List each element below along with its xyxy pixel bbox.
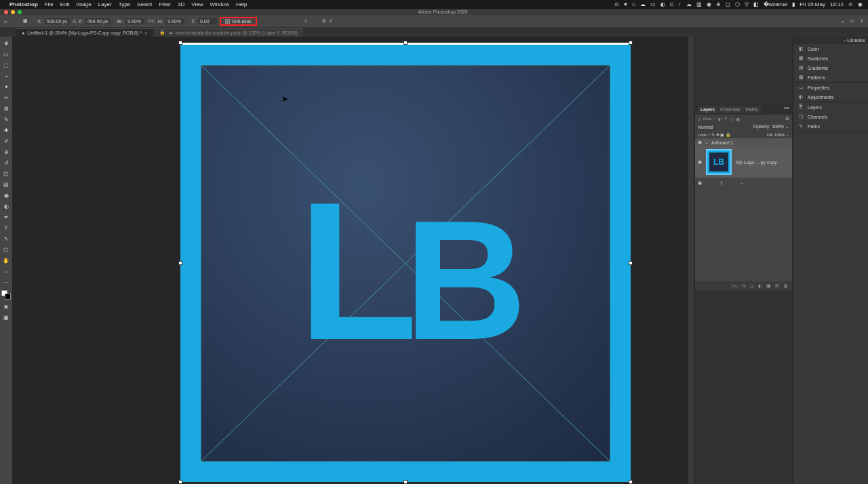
paths-tab[interactable]: Paths xyxy=(746,107,758,112)
status-icon[interactable]: ◐ xyxy=(660,1,665,7)
screen-mode-icon[interactable]: ▣ xyxy=(2,313,10,321)
link-icon[interactable]: ⊃⊂ xyxy=(147,18,155,24)
panel-layers[interactable]: ≣Layers xyxy=(793,102,868,112)
panel-color[interactable]: ◧Color xyxy=(793,44,868,54)
gradient-tool-icon[interactable]: ▤ xyxy=(2,180,10,188)
path-tool-icon[interactable]: ↖ xyxy=(2,235,10,243)
transform-handle-w[interactable] xyxy=(178,261,182,265)
status-icon[interactable]: ▭ xyxy=(650,1,656,7)
warp-icon[interactable]: ▿ xyxy=(304,18,307,24)
status-icon[interactable]: ☁ xyxy=(686,1,692,7)
menu-type[interactable]: Type xyxy=(119,1,130,7)
frame-tool-icon[interactable]: ⊠ xyxy=(2,104,10,113)
lasso-tool-icon[interactable]: ⌁ xyxy=(2,72,10,80)
menu-window[interactable]: Window xyxy=(210,1,229,7)
h-field[interactable]: 9.60% xyxy=(165,18,184,24)
menu-view[interactable]: View xyxy=(191,1,203,7)
transform-handle-n[interactable] xyxy=(403,41,408,45)
transform-reference-icon[interactable]: ▦ xyxy=(23,18,28,24)
zoom-tool-icon[interactable]: ⌕ xyxy=(2,267,10,275)
mask-icon[interactable]: ◻ xyxy=(750,283,754,289)
status-icon[interactable]: ♥ xyxy=(624,1,627,7)
layer-row[interactable]: ◉ LB My-Logo-…py copy xyxy=(695,146,792,178)
search-icon[interactable]: ⌕ xyxy=(842,19,844,24)
share-icon[interactable]: ⇪ xyxy=(860,18,864,24)
transform-handle-se[interactable] xyxy=(629,480,633,484)
new-layer-icon[interactable]: ⊞ xyxy=(775,283,779,289)
artboard-name[interactable]: Artboard 1 xyxy=(711,140,734,145)
workspace-icon[interactable]: ▭ xyxy=(850,18,854,24)
artboard-tool-icon[interactable]: ▭ xyxy=(2,50,10,58)
fx-icon[interactable]: fx xyxy=(743,283,746,289)
triangle-icon[interactable]: △ xyxy=(73,18,76,24)
pen-tool-icon[interactable]: ✒ xyxy=(2,213,10,221)
shape-tool-icon[interactable]: ▢ xyxy=(2,245,10,254)
y-field[interactable]: 494.50 px xyxy=(85,18,111,24)
lock-icon[interactable]: 🔒 xyxy=(726,133,730,137)
color-swatches[interactable] xyxy=(1,290,11,300)
blur-tool-icon[interactable]: ◉ xyxy=(2,191,10,199)
status-icon[interactable]: ▽ xyxy=(745,1,749,7)
canvas-scrollbar[interactable] xyxy=(688,37,694,484)
menu-edit[interactable]: Edit xyxy=(60,1,70,7)
time[interactable]: 16:12 xyxy=(830,1,844,7)
brush-tool-icon[interactable]: ✐ xyxy=(2,137,10,145)
lock-icon[interactable]: ▫ xyxy=(709,133,710,137)
panel-gradients[interactable]: ▤Gradients xyxy=(793,63,868,73)
link-layers-icon[interactable]: ⊃⊂ xyxy=(730,283,738,289)
status-icon[interactable]: ⊙ xyxy=(614,1,619,7)
close-tab-icon[interactable]: × xyxy=(144,31,147,35)
group-icon[interactable]: ▣ xyxy=(766,283,771,289)
panel-adjustments[interactable]: ◐Adjustments xyxy=(793,92,868,102)
wifi-icon[interactable]: �widehat xyxy=(764,1,788,7)
visibility-icon[interactable]: ◉ xyxy=(698,140,702,145)
search-icon[interactable]: ⊙ xyxy=(848,1,853,7)
panel-paths[interactable]: ↯Paths xyxy=(793,121,868,131)
transform-handle-e[interactable] xyxy=(629,261,633,265)
date[interactable]: Fri 15 May xyxy=(800,1,825,7)
commit-transform-icon[interactable]: ✓ xyxy=(329,18,333,24)
move-tool-icon[interactable]: ✥ xyxy=(2,39,10,47)
angle-field[interactable]: 0.00 xyxy=(198,18,217,24)
status-icon[interactable]: ⊕ xyxy=(716,1,721,7)
visibility-icon[interactable]: ◉ xyxy=(698,159,702,165)
status-icon[interactable]: ◻ xyxy=(726,1,730,7)
marquee-tool-icon[interactable]: ⬚ xyxy=(2,61,10,69)
layers-tab[interactable]: Layers xyxy=(701,107,715,112)
document-tab-1[interactable]: ● Untitled-1 @ 264% (My-Logo-PS-Copy cop… xyxy=(16,28,153,37)
panel-patterns[interactable]: ▩Patterns xyxy=(793,73,868,82)
menu-3d[interactable]: 3D xyxy=(178,1,184,7)
x-field[interactable]: 500.00 px xyxy=(45,18,70,24)
siri-icon[interactable]: ◉ xyxy=(858,1,863,7)
filter-search-icon[interactable]: ⌕ xyxy=(698,117,701,121)
layer-thumbnail[interactable]: LB xyxy=(706,149,732,175)
document-tab-2[interactable]: 🔒 ☁ new-template-for-youtube.psdc @ 100%… xyxy=(154,28,303,37)
chevron-down-icon[interactable]: ⌄ xyxy=(705,140,709,145)
transform-handle-ne[interactable] xyxy=(629,41,633,45)
w-field[interactable]: 9.60% xyxy=(125,18,144,24)
panel-properties[interactable]: ▭Properties xyxy=(793,83,868,92)
menu-layer[interactable]: Layer xyxy=(98,1,112,7)
transform-handle-s[interactable] xyxy=(403,480,408,484)
status-icon[interactable]: ▥ xyxy=(696,1,702,7)
fill-value[interactable]: 100% xyxy=(774,133,785,137)
background-swatch[interactable] xyxy=(5,294,11,300)
crop-tool-icon[interactable]: ✂ xyxy=(2,94,10,102)
status-icon[interactable]: ↑ xyxy=(679,1,682,7)
app-name[interactable]: Photoshop xyxy=(9,1,38,7)
battery-icon[interactable]: ▮ xyxy=(792,1,795,7)
minimize-window-icon[interactable] xyxy=(11,10,15,14)
filter-icon[interactable]: ▢ xyxy=(730,117,734,121)
panel-menu-icon[interactable]: »≡ xyxy=(784,106,789,113)
cancel-transform-icon[interactable]: ⊘ xyxy=(322,18,326,24)
eyedropper-tool-icon[interactable]: ✎ xyxy=(2,115,10,123)
stamp-tool-icon[interactable]: ⊕ xyxy=(2,148,10,156)
artboard[interactable]: LB xyxy=(180,43,631,482)
blend-mode-select[interactable]: Normal xyxy=(698,125,713,129)
delete-layer-icon[interactable]: 🗑 xyxy=(783,283,788,289)
menu-help[interactable]: Help xyxy=(236,1,247,7)
layer-name[interactable]: My-Logo-…py copy xyxy=(736,160,777,165)
channels-tab[interactable]: Channels xyxy=(720,107,741,112)
layer-row[interactable]: ◉ T ▫ xyxy=(695,178,792,188)
status-icon[interactable]: ☁ xyxy=(640,1,646,7)
